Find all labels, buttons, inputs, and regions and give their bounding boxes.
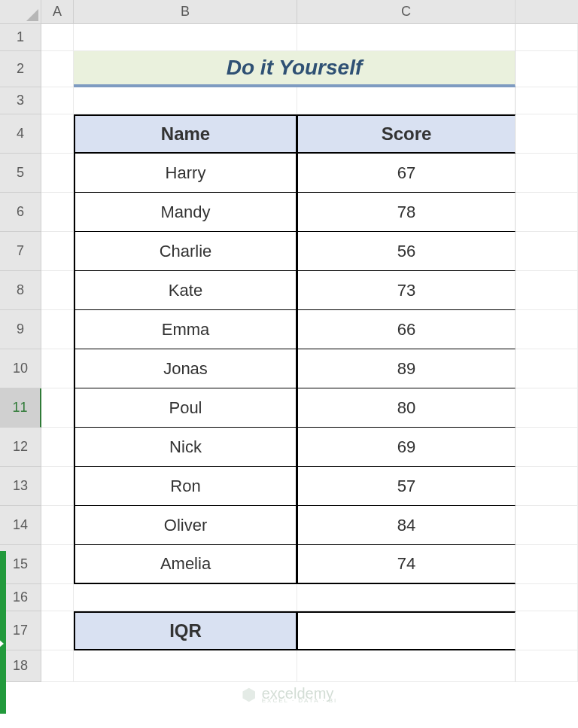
cell-D5[interactable] bbox=[516, 154, 578, 193]
cell-score-4[interactable]: 66 bbox=[297, 310, 516, 349]
row-header-6[interactable]: 6 bbox=[0, 193, 41, 232]
cell-D3[interactable] bbox=[516, 87, 578, 114]
cell-A15[interactable] bbox=[41, 545, 74, 584]
cell-A11[interactable] bbox=[41, 388, 74, 428]
cell-D9[interactable] bbox=[516, 310, 578, 349]
cell-score-1[interactable]: 78 bbox=[297, 193, 516, 232]
cell-name-8[interactable]: Ron bbox=[74, 467, 297, 506]
row-header-12[interactable]: 12 bbox=[0, 428, 41, 467]
cell-A13[interactable] bbox=[41, 467, 74, 506]
row-header-10[interactable]: 10 bbox=[0, 349, 41, 388]
cell-D15[interactable] bbox=[516, 545, 578, 584]
cell-A10[interactable] bbox=[41, 349, 74, 388]
cell-D11[interactable] bbox=[516, 388, 578, 428]
cell-D17[interactable] bbox=[516, 611, 578, 650]
select-all-triangle-icon bbox=[26, 9, 38, 21]
cell-name-7[interactable]: Nick bbox=[74, 428, 297, 467]
row-header-4[interactable]: 4 bbox=[0, 114, 41, 154]
cell-A8[interactable] bbox=[41, 271, 74, 310]
cell-A17[interactable] bbox=[41, 611, 74, 650]
cell-D1[interactable] bbox=[516, 24, 578, 51]
cell-B18[interactable] bbox=[74, 650, 297, 682]
row-header-1[interactable]: 1 bbox=[0, 24, 41, 51]
cell-score-10[interactable]: 74 bbox=[297, 545, 516, 584]
col-header-A[interactable]: A bbox=[41, 0, 74, 24]
cell-A16[interactable] bbox=[41, 584, 74, 611]
cell-A14[interactable] bbox=[41, 506, 74, 545]
cell-D10[interactable] bbox=[516, 349, 578, 388]
cell-C16[interactable] bbox=[297, 584, 516, 611]
cell-score-9[interactable]: 84 bbox=[297, 506, 516, 545]
title-cell[interactable]: Do it Yourself bbox=[74, 51, 516, 87]
cell-D7[interactable] bbox=[516, 232, 578, 271]
row-header-18[interactable]: 18 bbox=[0, 650, 41, 682]
cell-C1[interactable] bbox=[297, 24, 516, 51]
watermark-cube-icon bbox=[241, 687, 257, 703]
row-header-16[interactable]: 16 bbox=[0, 584, 41, 611]
table-header-score[interactable]: Score bbox=[297, 114, 516, 154]
cell-A5[interactable] bbox=[41, 154, 74, 193]
cell-D2[interactable] bbox=[516, 51, 578, 87]
row-header-5[interactable]: 5 bbox=[0, 154, 41, 193]
iqr-label-cell[interactable]: IQR bbox=[74, 611, 297, 650]
cell-D16[interactable] bbox=[516, 584, 578, 611]
row-header-3[interactable]: 3 bbox=[0, 87, 41, 114]
col-header-blank[interactable] bbox=[516, 0, 578, 24]
row-header-14[interactable]: 14 bbox=[0, 506, 41, 545]
cell-score-5[interactable]: 89 bbox=[297, 349, 516, 388]
cell-A18[interactable] bbox=[41, 650, 74, 682]
cell-A7[interactable] bbox=[41, 232, 74, 271]
cell-A9[interactable] bbox=[41, 310, 74, 349]
row-header-11[interactable]: 11 bbox=[0, 388, 41, 428]
cell-name-1[interactable]: Mandy bbox=[74, 193, 297, 232]
cell-name-9[interactable]: Oliver bbox=[74, 506, 297, 545]
cell-B16[interactable] bbox=[74, 584, 297, 611]
cell-score-6[interactable]: 80 bbox=[297, 388, 516, 428]
watermark-tag: EXCEL · DATA · BI bbox=[262, 698, 338, 704]
row-header-8[interactable]: 8 bbox=[0, 271, 41, 310]
cell-score-3[interactable]: 73 bbox=[297, 271, 516, 310]
row-header-13[interactable]: 13 bbox=[0, 467, 41, 506]
col-header-C[interactable]: C bbox=[297, 0, 516, 24]
cell-name-5[interactable]: Jonas bbox=[74, 349, 297, 388]
cell-A12[interactable] bbox=[41, 428, 74, 467]
cell-A3[interactable] bbox=[41, 87, 74, 114]
cell-name-10[interactable]: Amelia bbox=[74, 545, 297, 584]
cell-D8[interactable] bbox=[516, 271, 578, 310]
row-header-17[interactable]: 17 bbox=[0, 611, 41, 650]
cell-score-0[interactable]: 67 bbox=[297, 154, 516, 193]
spreadsheet-grid[interactable]: A B C 1 2 Do it Yourself 3 4 Name Score … bbox=[0, 0, 578, 682]
select-all-corner[interactable] bbox=[0, 0, 41, 24]
cell-C18[interactable] bbox=[297, 650, 516, 682]
col-header-B[interactable]: B bbox=[74, 0, 297, 24]
cell-C3[interactable] bbox=[297, 87, 516, 114]
cell-B3[interactable] bbox=[74, 87, 297, 114]
cell-score-8[interactable]: 57 bbox=[297, 467, 516, 506]
cell-B1[interactable] bbox=[74, 24, 297, 51]
cell-name-4[interactable]: Emma bbox=[74, 310, 297, 349]
cell-A1[interactable] bbox=[41, 24, 74, 51]
row-header-9[interactable]: 9 bbox=[0, 310, 41, 349]
cell-D12[interactable] bbox=[516, 428, 578, 467]
cell-name-3[interactable]: Kate bbox=[74, 271, 297, 310]
row-header-15[interactable]: 15 bbox=[0, 545, 41, 584]
cell-D18[interactable] bbox=[516, 650, 578, 682]
cell-score-2[interactable]: 56 bbox=[297, 232, 516, 271]
cell-D6[interactable] bbox=[516, 193, 578, 232]
expand-arrow-icon bbox=[0, 640, 4, 647]
cell-name-0[interactable]: Harry bbox=[74, 154, 297, 193]
cell-name-6[interactable]: Poul bbox=[74, 388, 297, 428]
cell-D13[interactable] bbox=[516, 467, 578, 506]
cell-A4[interactable] bbox=[41, 114, 74, 154]
cell-score-7[interactable]: 69 bbox=[297, 428, 516, 467]
cell-D14[interactable] bbox=[516, 506, 578, 545]
row-header-2[interactable]: 2 bbox=[0, 51, 41, 87]
cell-A6[interactable] bbox=[41, 193, 74, 232]
table-header-name[interactable]: Name bbox=[74, 114, 297, 154]
cell-D4[interactable] bbox=[516, 114, 578, 154]
row-header-7[interactable]: 7 bbox=[0, 232, 41, 271]
cell-A2[interactable] bbox=[41, 51, 74, 87]
collapse-group-strip[interactable] bbox=[0, 551, 6, 714]
iqr-value-cell[interactable] bbox=[297, 611, 516, 650]
cell-name-2[interactable]: Charlie bbox=[74, 232, 297, 271]
